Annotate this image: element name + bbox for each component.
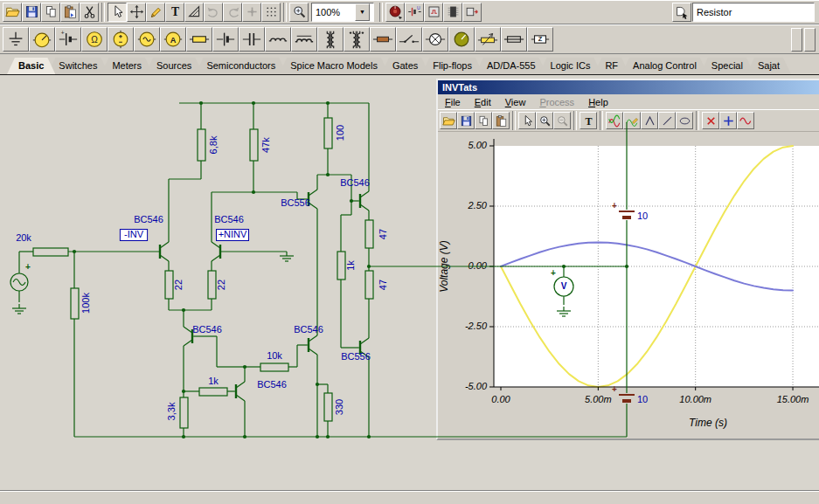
- shape-icon[interactable]: [184, 3, 204, 22]
- save-icon[interactable]: [22, 3, 41, 22]
- tab-basic[interactable]: Basic: [7, 58, 55, 74]
- undo-icon[interactable]: [204, 3, 223, 22]
- cell-icon[interactable]: [212, 27, 239, 52]
- marker-x-icon[interactable]: [702, 112, 719, 129]
- component-label: 6,8k: [208, 135, 219, 154]
- tab-switches[interactable]: Switches: [47, 58, 108, 74]
- component-label: BC556: [281, 197, 310, 208]
- palette-scroll[interactable]: [789, 28, 816, 53]
- transformer-icon[interactable]: [317, 27, 344, 52]
- menu-file[interactable]: File: [438, 96, 468, 108]
- component-name-value: Resistor: [697, 7, 732, 17]
- junction-icon[interactable]: [242, 3, 261, 22]
- tab-ad-da-555[interactable]: AD/DA-555: [475, 58, 547, 74]
- ellipse-icon[interactable]: [676, 112, 693, 129]
- lamp-icon[interactable]: [422, 27, 448, 52]
- tab-sajat[interactable]: Sajat: [746, 58, 791, 74]
- toolbar-separator: [283, 3, 287, 22]
- tab-analog-control[interactable]: Analog Control: [621, 58, 708, 74]
- move-icon[interactable]: [127, 3, 146, 22]
- tab-sources[interactable]: Sources: [145, 58, 203, 74]
- tab-special[interactable]: Special: [700, 58, 754, 74]
- wave-icon[interactable]: [737, 112, 754, 129]
- paste-special-icon[interactable]: [60, 3, 80, 22]
- open-icon[interactable]: [3, 3, 22, 22]
- resistor2-icon[interactable]: [370, 27, 396, 52]
- component-label: BC546: [134, 214, 163, 224]
- component-find-icon[interactable]: [672, 3, 691, 22]
- redo-icon[interactable]: [223, 3, 242, 22]
- component-label: 20k: [16, 232, 31, 243]
- toolbar-separator: [379, 3, 383, 22]
- marker-plus-icon[interactable]: [719, 112, 737, 129]
- ground-icon[interactable]: [3, 27, 29, 52]
- copy-icon[interactable]: [41, 3, 60, 22]
- coil-icon[interactable]: [291, 27, 317, 52]
- cursor-icon[interactable]: [518, 112, 536, 129]
- tina-window: 100% ▼ Resistor BasicSwitchesMetersSourc…: [0, 0, 819, 504]
- open-icon[interactable]: [440, 112, 457, 129]
- tab-flip-flops[interactable]: Flip-flops: [421, 58, 483, 74]
- zoom-out-icon[interactable]: [553, 112, 571, 129]
- plot-window-titlebar[interactable]: INVTats: [438, 80, 819, 94]
- ohmmeter-icon[interactable]: [81, 27, 108, 52]
- ic-pins-icon[interactable]: [443, 3, 462, 22]
- text-icon[interactable]: [580, 112, 597, 129]
- zoom-value: 100%: [316, 7, 340, 17]
- save-icon[interactable]: [457, 112, 475, 129]
- tab-logic-ics[interactable]: Logic ICs: [539, 58, 602, 74]
- chevron-down-icon[interactable]: ▼: [355, 3, 370, 21]
- resistor-icon[interactable]: [186, 27, 212, 52]
- copy-icon[interactable]: [475, 112, 492, 129]
- tab-meters[interactable]: Meters: [101, 58, 153, 74]
- macro-icon[interactable]: [462, 3, 482, 22]
- line-icon[interactable]: [658, 112, 676, 129]
- category-tabs: BasicSwitchesMetersSourcesSemiconductors…: [0, 54, 819, 75]
- tab-semiconductors[interactable]: Semiconductors: [195, 58, 287, 74]
- zoom-in-icon[interactable]: [536, 112, 553, 129]
- cut-icon[interactable]: [80, 3, 99, 22]
- svg-text:10.00m: 10.00m: [679, 394, 711, 404]
- schematic-canvas[interactable]: INVTats FileEditViewProcessHelp 5.002.50…: [0, 75, 819, 492]
- grid-icon[interactable]: [261, 3, 281, 22]
- curves-icon[interactable]: [606, 112, 623, 129]
- pencil-icon[interactable]: [146, 3, 165, 22]
- tab-spice-macro-models[interactable]: Spice Macro Models: [279, 58, 389, 74]
- battery-icon[interactable]: [55, 27, 81, 52]
- tab-gates[interactable]: Gates: [381, 58, 429, 74]
- svg-text:Voltage (V): Voltage (V): [438, 240, 450, 293]
- digital-ic-icon[interactable]: [424, 3, 443, 22]
- component-label: 10k: [267, 350, 282, 361]
- interactive-mode-icon[interactable]: [385, 3, 405, 22]
- ammeter-icon[interactable]: [160, 27, 186, 52]
- fuse-icon[interactable]: [501, 27, 527, 52]
- plot-menubar: FileEditViewProcessHelp: [438, 94, 819, 109]
- potentiometer-icon[interactable]: [475, 27, 501, 52]
- cursor-icon[interactable]: [108, 3, 127, 22]
- voltage-generator-icon[interactable]: [134, 27, 160, 52]
- battery-test-icon[interactable]: [405, 3, 424, 22]
- capacitor-icon[interactable]: [239, 27, 265, 52]
- inductor-icon[interactable]: [265, 27, 291, 52]
- voltage-source-icon[interactable]: [108, 27, 134, 52]
- menu-view[interactable]: View: [498, 96, 533, 108]
- toolbar-separator: [512, 111, 516, 130]
- paste-icon[interactable]: [492, 112, 510, 129]
- impedance-icon[interactable]: [527, 27, 553, 52]
- caliper-icon[interactable]: [641, 112, 658, 129]
- zoom-select[interactable]: 100% ▼: [311, 3, 374, 22]
- transformer-coupled-icon[interactable]: [344, 27, 370, 52]
- component-label: BC546: [294, 324, 323, 335]
- component-label: 22: [216, 280, 226, 290]
- component-name-box[interactable]: Resistor: [692, 3, 815, 22]
- component-label: BC546: [257, 379, 287, 390]
- meter-icon[interactable]: [448, 27, 475, 52]
- voltmeter-icon[interactable]: [29, 27, 55, 52]
- switch-icon[interactable]: [396, 27, 422, 52]
- toolbar-separator: [101, 3, 105, 22]
- menu-help[interactable]: Help: [581, 96, 615, 108]
- pencil-curve-icon[interactable]: [623, 112, 641, 129]
- text-icon[interactable]: [165, 3, 184, 22]
- zoom-icon[interactable]: [289, 3, 309, 22]
- menu-edit[interactable]: Edit: [468, 96, 498, 108]
